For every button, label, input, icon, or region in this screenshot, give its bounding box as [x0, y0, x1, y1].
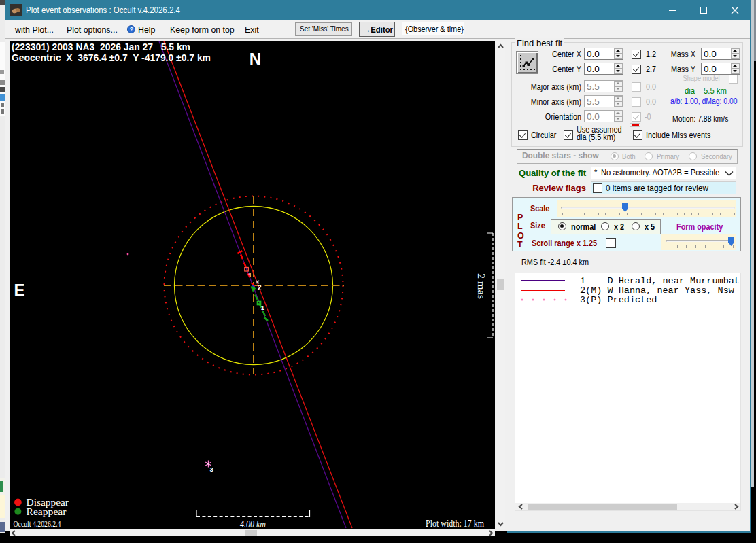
svg-text:1: 1: [248, 271, 252, 279]
svg-text:Plot width: 17 km: Plot width: 17 km: [426, 519, 484, 529]
svg-text:N: N: [250, 50, 261, 68]
svg-text:Reappear: Reappear: [27, 506, 67, 517]
svg-text:Occult 4.2026.2.4: Occult 4.2026.2.4: [14, 519, 62, 529]
svg-text:3: 3: [210, 466, 213, 473]
svg-text:2: 2: [258, 283, 262, 292]
svg-text:4.00 km: 4.00 km: [240, 519, 266, 529]
svg-text:(223301) 2003 NA3 2026 Jan 27: (223301) 2003 NA3 2026 Jan 27 5.5 km: [12, 41, 190, 52]
svg-text:1: 1: [261, 304, 265, 311]
svg-text:2 mas: 2 mas: [476, 273, 487, 299]
svg-text:Geocentric X 3676.4 ±0.7 Y: Geocentric X 3676.4 ±0.7 Y -4179.0 ±0.7 …: [12, 52, 211, 63]
svg-text:E: E: [14, 281, 25, 299]
